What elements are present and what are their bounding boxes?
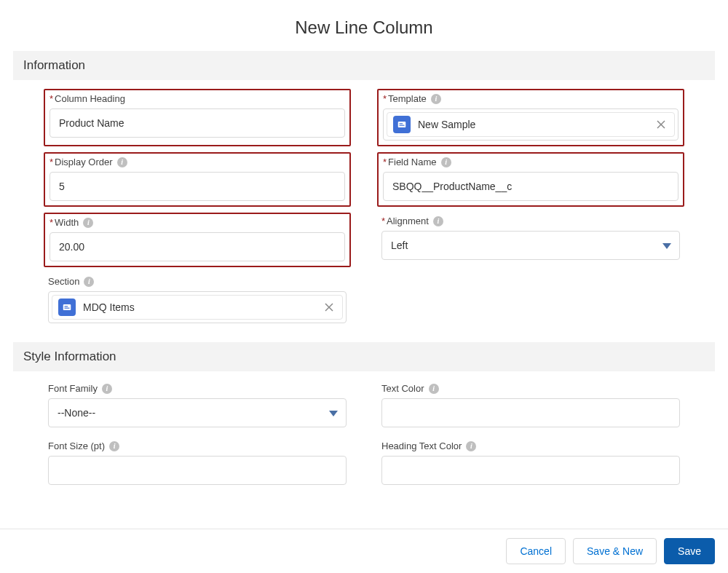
input-display-order[interactable]	[50, 172, 345, 201]
save-button[interactable]: Save	[664, 538, 715, 564]
record-icon	[393, 116, 411, 133]
info-icon[interactable]: i	[431, 94, 441, 104]
field-text-color: Text Color i	[377, 380, 684, 432]
svg-rect-2	[400, 125, 405, 126]
section-header-information: Information	[13, 51, 715, 80]
label-text-color: Text Color i	[381, 383, 680, 394]
label-alignment: *Alignment i	[381, 216, 680, 226]
label-font-size: Font Size (pt) i	[48, 440, 347, 451]
field-field-name: *Field Name i	[377, 152, 684, 207]
label-width: *Width i	[50, 217, 345, 228]
record-icon	[58, 299, 76, 316]
clear-icon[interactable]	[654, 117, 668, 132]
field-alignment: *Alignment i Left	[377, 213, 684, 267]
select-font-family-value: --None--	[58, 407, 95, 419]
info-icon[interactable]: i	[84, 277, 94, 287]
input-text-color[interactable]	[381, 398, 680, 427]
page-title: New Line Column	[0, 0, 728, 51]
footer: Cancel Save & New Save	[0, 529, 728, 573]
lookup-template[interactable]: New Sample	[383, 108, 678, 141]
lookup-section-value: MDQ Items	[83, 301, 314, 313]
input-heading-text-color[interactable]	[381, 456, 680, 485]
info-icon[interactable]: i	[441, 157, 451, 167]
field-font-family: Font Family i --None--	[44, 380, 351, 432]
info-icon[interactable]: i	[109, 441, 119, 451]
info-icon[interactable]: i	[466, 441, 476, 451]
lookup-template-value: New Sample	[418, 119, 646, 130]
input-font-size[interactable]	[48, 456, 347, 485]
info-icon[interactable]: i	[117, 157, 127, 167]
field-font-size: Font Size (pt) i	[44, 438, 351, 489]
save-and-new-button[interactable]: Save & New	[573, 538, 657, 564]
input-column-heading[interactable]	[50, 108, 345, 138]
section-header-style: Style Information	[13, 342, 715, 371]
cancel-button[interactable]: Cancel	[506, 538, 566, 564]
label-field-name: *Field Name i	[383, 157, 678, 167]
svg-rect-7	[65, 306, 68, 307]
select-alignment[interactable]: Left	[381, 231, 680, 260]
field-width: *Width i	[44, 213, 351, 267]
svg-rect-1	[400, 123, 403, 124]
lookup-section[interactable]: MDQ Items	[48, 291, 347, 323]
field-section: Section i MDQ Items	[44, 273, 351, 328]
clear-icon[interactable]	[322, 300, 336, 315]
label-display-order: *Display Order i	[50, 157, 345, 167]
label-font-family: Font Family i	[48, 383, 347, 394]
input-width[interactable]	[50, 232, 345, 261]
field-column-heading: *Column Heading	[44, 89, 351, 146]
label-section: Section i	[48, 276, 347, 287]
field-template: *Template i New Sample	[377, 89, 684, 146]
svg-rect-8	[65, 308, 70, 309]
field-heading-text-color: Heading Text Color i	[377, 438, 684, 489]
svg-rect-0	[398, 122, 406, 127]
info-icon[interactable]: i	[102, 384, 112, 394]
select-alignment-value: Left	[391, 240, 408, 251]
svg-rect-6	[63, 304, 71, 310]
label-heading-text-color: Heading Text Color i	[381, 440, 680, 451]
info-icon[interactable]: i	[433, 216, 443, 226]
label-template: *Template i	[383, 93, 678, 104]
info-icon[interactable]: i	[429, 384, 439, 394]
info-icon[interactable]: i	[83, 218, 93, 228]
field-display-order: *Display Order i	[44, 152, 351, 207]
select-font-family[interactable]: --None--	[48, 398, 347, 427]
input-field-name[interactable]	[383, 172, 678, 201]
label-column-heading: *Column Heading	[50, 93, 345, 104]
